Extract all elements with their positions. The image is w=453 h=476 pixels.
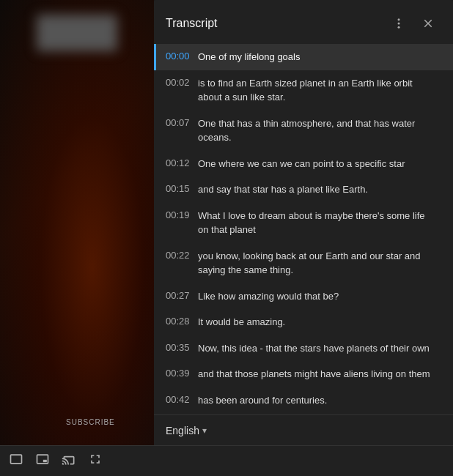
timestamp: 00:07 bbox=[154, 116, 198, 128]
transcript-segment-text: and say that star has a planet like Eart… bbox=[198, 182, 441, 197]
transcript-segment-text: It would be amazing. bbox=[198, 315, 441, 330]
transcript-segment-text: One that has a thin atmosphere, and that… bbox=[198, 116, 441, 145]
transcript-row[interactable]: 00:12One where we can we can point to a … bbox=[154, 151, 453, 177]
svg-point-2 bbox=[398, 26, 400, 29]
timestamp: 00:39 bbox=[154, 367, 198, 379]
header-icons bbox=[386, 10, 441, 37]
transcript-row[interactable]: 00:35Now, this idea - that the stars hav… bbox=[154, 335, 453, 362]
timestamp: 00:12 bbox=[154, 157, 198, 168]
transcript-segment-text: and that those planets might have aliens… bbox=[198, 367, 441, 382]
svg-point-1 bbox=[398, 23, 400, 25]
timestamp: 00:27 bbox=[154, 289, 198, 301]
timestamp: 00:35 bbox=[154, 341, 198, 353]
transcript-header: Transcript bbox=[154, 0, 453, 44]
language-label: English bbox=[166, 425, 199, 436]
svg-rect-3 bbox=[11, 455, 22, 464]
transcript-row[interactable]: 00:07One that has a thin atmosphere, and… bbox=[154, 111, 453, 151]
active-indicator bbox=[154, 44, 156, 70]
timestamp: 00:22 bbox=[154, 249, 198, 261]
transcript-row[interactable]: 00:27Like how amazing would that be? bbox=[154, 283, 453, 310]
svg-point-0 bbox=[398, 18, 400, 21]
transcript-row[interactable]: 00:02is to find an Earth sized planet in… bbox=[154, 70, 453, 111]
transcript-row[interactable]: 00:39and that those planets might have a… bbox=[154, 361, 453, 387]
transcript-segment-text: What I love to dream about is maybe ther… bbox=[198, 209, 441, 237]
chevron-down-icon: ▾ bbox=[202, 425, 207, 436]
timestamp: 00:28 bbox=[154, 315, 198, 327]
more-options-button[interactable] bbox=[386, 10, 412, 37]
close-button[interactable] bbox=[415, 10, 441, 37]
transcript-body[interactable]: 00:00One of my lifelong goals00:02is to … bbox=[154, 44, 453, 414]
transcript-panel: Transcript 00:00One of my lifelong goals… bbox=[154, 0, 453, 445]
transcript-row[interactable]: 00:42has been around for centuries. bbox=[154, 387, 453, 414]
transcript-segment-text: is to find an Earth sized planet in an E… bbox=[198, 76, 441, 105]
timestamp: 00:00 bbox=[154, 50, 198, 62]
transcript-segment-text: Now, this idea - that the stars have pla… bbox=[198, 341, 441, 356]
timestamp: 00:19 bbox=[154, 209, 198, 220]
svg-rect-5 bbox=[43, 460, 47, 462]
transcript-segment-text: One of my lifelong goals bbox=[198, 50, 441, 64]
language-selector[interactable]: English ▾ bbox=[166, 425, 207, 436]
subscribe-label: SUBSCRIBE bbox=[66, 418, 115, 426]
square-view-icon[interactable] bbox=[9, 452, 23, 470]
transcript-row[interactable]: 00:19What I love to dream about is maybe… bbox=[154, 203, 453, 243]
timestamp: 00:15 bbox=[154, 182, 198, 194]
channel-avatar-blur bbox=[37, 15, 117, 51]
transcript-row[interactable]: 00:00One of my lifelong goals bbox=[154, 44, 453, 70]
transcript-row[interactable]: 00:28It would be amazing. bbox=[154, 309, 453, 335]
fullscreen-icon[interactable] bbox=[88, 452, 103, 470]
timestamp: 00:02 bbox=[154, 76, 198, 88]
transcript-segment-text: Like how amazing would that be? bbox=[198, 289, 441, 304]
transcript-row[interactable]: 00:15and say that star has a planet like… bbox=[154, 176, 453, 203]
transcript-segment-text: One where we can we can point to a speci… bbox=[198, 157, 441, 171]
transcript-segment-text: you know, looking back at our Earth and … bbox=[198, 249, 441, 278]
miniplayer-icon[interactable] bbox=[35, 452, 50, 470]
transcript-segment-text: has been around for centuries. bbox=[198, 393, 441, 408]
transcript-title: Transcript bbox=[166, 17, 218, 30]
transcript-row[interactable]: 00:45At first it had some pretty harsh c… bbox=[154, 413, 453, 414]
timestamp: 00:42 bbox=[154, 393, 198, 405]
video-background bbox=[0, 0, 154, 447]
transcript-footer: English ▾ bbox=[154, 414, 453, 445]
cast-icon[interactable] bbox=[62, 452, 76, 470]
transcript-row[interactable]: 00:22you know, looking back at our Earth… bbox=[154, 243, 453, 283]
player-controls bbox=[0, 445, 453, 476]
